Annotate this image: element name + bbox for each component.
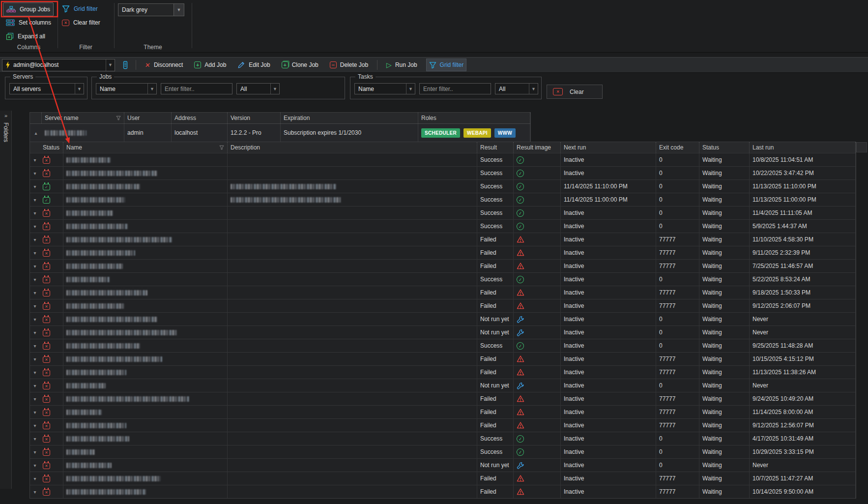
column-filter-icon[interactable]	[116, 116, 121, 120]
theme-dropdown[interactable]: Dark grey ▼	[118, 3, 184, 16]
job-row[interactable]: ▾✕Success✓Inactive0Waiting10/8/2025 11:0…	[30, 153, 856, 166]
column-filter-icon[interactable]	[219, 145, 224, 150]
job-row[interactable]: ▾✓Success✓11/14/2025 11:10:00 PM0Waiting…	[30, 179, 856, 193]
clear-filters-button[interactable]: ✕ Clear	[547, 85, 603, 99]
row-expander-icon[interactable]: ▾	[33, 343, 36, 349]
row-expander-icon[interactable]: ▾	[33, 383, 36, 388]
run-job-button[interactable]: ▷ Run Job	[384, 59, 419, 71]
jobs-filter-field-combo[interactable]: Name ▼	[96, 83, 157, 94]
address-column-header[interactable]: Address	[172, 113, 228, 123]
job-row[interactable]: ▾✕FailedInactive77777Waiting10/14/2025 9…	[30, 485, 856, 498]
row-expander-icon[interactable]: ▾	[33, 237, 36, 242]
row-expander-icon[interactable]: ▾	[33, 157, 36, 163]
row-expander-icon[interactable]: ▾	[33, 317, 36, 322]
description-column-header[interactable]: Description	[228, 142, 477, 153]
servers-filter-combo[interactable]: All servers ▼	[9, 83, 84, 94]
row-expander-icon[interactable]: ▾	[33, 277, 36, 282]
version-column-header[interactable]: Version	[228, 113, 281, 123]
chevron-down-icon[interactable]: ▼	[406, 84, 415, 94]
row-expander-icon[interactable]: ▾	[33, 290, 36, 296]
server-connect-button[interactable]	[121, 61, 129, 69]
job-row[interactable]: ▾✕Not run yetInactive0WaitingNever	[30, 379, 856, 392]
row-expander-icon[interactable]: ▾	[33, 184, 36, 189]
collapse-chevrons-icon[interactable]: »	[0, 113, 11, 119]
edit-job-button[interactable]: Edit Job	[235, 59, 272, 71]
chevron-down-icon[interactable]: ▼	[270, 84, 279, 94]
next-run-column-header[interactable]: Next run	[561, 142, 656, 153]
row-expander-icon[interactable]: ▾	[33, 171, 36, 176]
job-row[interactable]: ▾✕Success✓Inactive0Waiting10/22/2025 3:4…	[30, 166, 856, 179]
grid-filter-ribbon-button[interactable]: Grid filter	[59, 2, 101, 15]
job-row[interactable]: ▾✕FailedInactive77777Waiting10/15/2025 4…	[30, 352, 856, 365]
server-row[interactable]: ▴ admin localhost 12.2.2 - Pro Subscript…	[30, 123, 530, 142]
row-expander-icon[interactable]: ▾	[33, 463, 36, 468]
job-row[interactable]: ▾✕Success✓Inactive0Waiting11/4/2025 11:1…	[30, 206, 856, 219]
set-columns-button[interactable]: Set columns	[3, 16, 54, 29]
chevron-down-icon[interactable]: ▼	[75, 84, 84, 94]
tasks-filter-input[interactable]	[419, 83, 491, 94]
job-row[interactable]: ▾✓Success✓11/14/2025 11:00:00 PM0Waiting…	[30, 193, 856, 206]
last-run-column-header[interactable]: Last run	[750, 142, 856, 153]
job-row[interactable]: ▾✕FailedInactive77777Waiting7/25/2025 11…	[30, 259, 856, 272]
job-row[interactable]: ▾✕FailedInactive77777Waiting9/12/2025 12…	[30, 418, 856, 432]
job-row[interactable]: ▾✕Not run yetInactive0WaitingNever	[30, 326, 856, 339]
roles-column-header[interactable]: Roles	[418, 113, 530, 123]
row-expander-icon[interactable]: ▾	[33, 410, 36, 415]
job-row[interactable]: ▾✕Success✓Inactive0Waiting4/17/2025 10:3…	[30, 432, 856, 445]
clone-job-button[interactable]: + Clone Job	[279, 59, 321, 71]
chevron-down-icon[interactable]: ▼	[174, 4, 184, 16]
row-expander-icon[interactable]: ▾	[33, 449, 36, 455]
tasks-filter-scope-combo[interactable]: All ▼	[495, 83, 538, 94]
add-job-button[interactable]: + Add Job	[192, 59, 229, 71]
row-expander-icon[interactable]: ▾	[33, 370, 36, 375]
job-row[interactable]: ▾✕FailedInactive77777Waiting9/18/2025 1:…	[30, 286, 856, 299]
row-expander-icon[interactable]: ▾	[33, 330, 36, 335]
result-column-header[interactable]: Result	[477, 142, 514, 153]
chevron-down-icon[interactable]: ▼	[529, 84, 538, 94]
job-row[interactable]: ▾✕Success✓Inactive0Waiting5/22/2025 8:53…	[30, 272, 856, 286]
server-row-collapse-icon[interactable]: ▴	[34, 130, 37, 136]
job-row[interactable]: ▾✕Not run yetInactive0WaitingNever	[30, 312, 856, 326]
jobs-filter-scope-combo[interactable]: All ▼	[236, 83, 280, 94]
row-expander-icon[interactable]: ▾	[33, 423, 36, 428]
clear-filter-button[interactable]: ✕ Clear filter	[59, 16, 103, 29]
job-row[interactable]: ▾✕Success✓Inactive0Waiting9/25/2025 11:4…	[30, 339, 856, 352]
row-expander-icon[interactable]: ▾	[33, 303, 36, 309]
job-row[interactable]: ▾✕FailedInactive77777Waiting9/24/2025 10…	[30, 392, 856, 405]
job-row[interactable]: ▾✕FailedInactive77777Waiting9/12/2025 2:…	[30, 299, 856, 312]
row-expander-icon[interactable]: ▾	[33, 210, 36, 216]
job-row[interactable]: ▾✕FailedInactive77777Waiting10/7/2025 11…	[30, 472, 856, 485]
status2-column-header[interactable]: Status	[699, 142, 750, 153]
chevron-down-icon[interactable]: ▼	[147, 84, 156, 94]
tasks-filter-field-combo[interactable]: Name ▼	[354, 83, 415, 94]
user-column-header[interactable]: User	[124, 113, 172, 123]
expiration-column-header[interactable]: Expiration	[281, 113, 418, 123]
row-expander-icon[interactable]: ▾	[33, 264, 36, 269]
scrollbar-corner[interactable]	[856, 142, 867, 152]
job-row[interactable]: ▾✕FailedInactive77777Waiting11/14/2025 8…	[30, 405, 856, 418]
job-row[interactable]: ▾✕FailedInactive77777Waiting9/11/2025 2:…	[30, 246, 856, 259]
job-row[interactable]: ▾✕FailedInactive77777Waiting11/10/2025 4…	[30, 233, 856, 246]
row-expander-icon[interactable]: ▾	[33, 197, 36, 203]
exit-code-column-header[interactable]: Exit code	[656, 142, 699, 153]
status-column-header[interactable]: Status	[40, 142, 63, 153]
name-column-header[interactable]: Name	[63, 142, 228, 153]
row-expander-icon[interactable]: ▾	[33, 250, 36, 256]
jobs-filter-input[interactable]	[161, 83, 232, 94]
grid-filter-toolbar-button[interactable]: Grid filter	[426, 59, 467, 71]
chevron-down-icon[interactable]: ▼	[106, 59, 115, 71]
row-expander-icon[interactable]: ▾	[33, 356, 36, 362]
job-row[interactable]: ▾✕Success✓Inactive0Waiting10/29/2025 3:3…	[30, 445, 856, 458]
result-image-column-header[interactable]: Result image	[514, 142, 561, 153]
folders-sidebar-tab[interactable]: » Folders	[0, 111, 12, 489]
server-name-column-header[interactable]: Server name	[42, 113, 124, 123]
row-expander-icon[interactable]: ▾	[33, 224, 36, 229]
connection-combo[interactable]: admin@localhost ▼	[2, 59, 115, 71]
row-expander-icon[interactable]: ▾	[33, 396, 36, 402]
job-row[interactable]: ▾✕FailedInactive77777Waiting11/13/2025 1…	[30, 365, 856, 379]
job-row[interactable]: ▾✕Success✓Inactive0Waiting5/9/2025 1:44:…	[30, 219, 856, 233]
disconnect-button[interactable]: ✕ Disconnect	[143, 59, 185, 71]
group-jobs-button[interactable]: Group Jobs	[3, 2, 54, 16]
row-expander-icon[interactable]: ▾	[33, 476, 36, 481]
expand-all-button[interactable]: Expand all	[3, 30, 48, 43]
